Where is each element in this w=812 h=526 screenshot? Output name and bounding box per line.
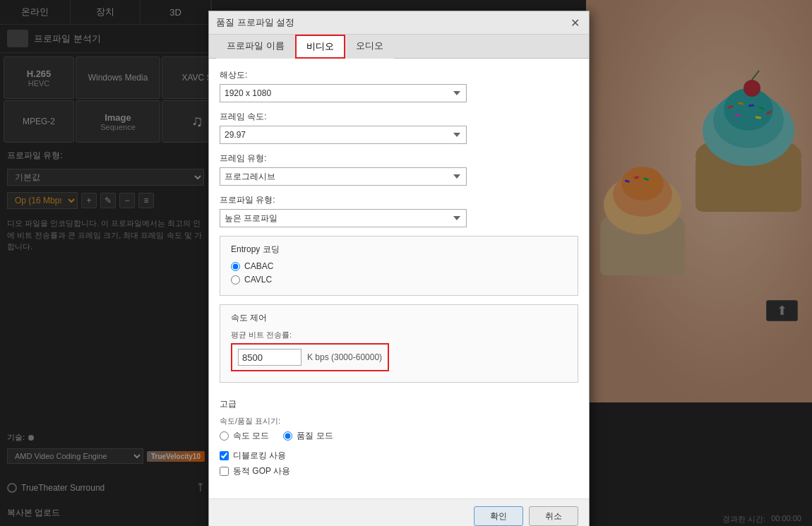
modal-profile-type-select[interactable]: 높은 프로파일 bbox=[220, 209, 467, 227]
tab-video[interactable]: 비디오 bbox=[295, 35, 345, 59]
resolution-select[interactable]: 1920 x 1080 bbox=[220, 84, 467, 102]
deblocking-checkbox[interactable] bbox=[220, 451, 229, 460]
quality-mode-row: 품질 모드 bbox=[283, 430, 333, 442]
quality-mode-label: 품질 모드 bbox=[297, 430, 333, 442]
speed-section: 속도 제어 평균 비트 전송률: K bps (3000-60000) bbox=[220, 304, 578, 383]
modal-close-button[interactable]: ✕ bbox=[568, 16, 582, 30]
deblocking-label: 디블로킹 사용 bbox=[233, 450, 286, 462]
cancel-button[interactable]: 취소 bbox=[529, 506, 578, 526]
entropy-title: Entropy 코딩 bbox=[231, 244, 567, 256]
frametype-group: 프레임 유형: 프로그레시브 bbox=[220, 153, 578, 186]
speed-quality-label: 속도/품질 표시기: bbox=[220, 416, 578, 426]
deblocking-row: 디블로킹 사용 bbox=[220, 450, 578, 462]
modal-footer: 확인 취소 bbox=[209, 498, 589, 526]
bitrate-unit: K bps (3000-60000) bbox=[307, 352, 382, 362]
speed-mode-label: 속도 모드 bbox=[233, 430, 269, 442]
modal-title: 품질 프로파일 설정 bbox=[216, 16, 294, 29]
frametype-select[interactable]: 프로그레시브 bbox=[220, 167, 467, 186]
confirm-button[interactable]: 확인 bbox=[474, 506, 523, 526]
dynamic-gop-label: 동적 GOP 사용 bbox=[233, 465, 290, 477]
speed-section-title: 속도 제어 bbox=[231, 312, 567, 324]
advanced-section: 고급 속도/품질 표시기: 속도 모드 품질 모드 디블로킹 사용 bbox=[220, 391, 578, 488]
quality-mode-radio[interactable] bbox=[283, 431, 292, 441]
advanced-title: 고급 bbox=[220, 398, 578, 410]
speed-mode-radio[interactable] bbox=[220, 431, 229, 441]
cavlc-radio[interactable] bbox=[231, 275, 240, 285]
speed-quality-row: 속도 모드 품질 모드 bbox=[220, 430, 578, 446]
modal-dialog: 품질 프로파일 설정 ✕ 프로파일 이름 비디오 오디오 해상도: 1920 x… bbox=[208, 11, 590, 526]
modal-profile-type-label: 프로파일 유형: bbox=[220, 194, 578, 206]
bitrate-input-label: 평균 비트 전송률: bbox=[231, 330, 567, 340]
cabac-row: CABAC bbox=[231, 261, 567, 271]
dynamic-gop-checkbox[interactable] bbox=[220, 467, 229, 476]
framerate-group: 프레임 속도: 29.97 bbox=[220, 111, 578, 144]
entropy-section: Entropy 코딩 CABAC CAVLC bbox=[220, 236, 578, 296]
modal-profile-type-group: 프로파일 유형: 높은 프로파일 bbox=[220, 194, 578, 227]
cabac-label: CABAC bbox=[244, 261, 273, 271]
framerate-label: 프레임 속도: bbox=[220, 111, 578, 123]
cavlc-row: CAVLC bbox=[231, 275, 567, 285]
modal-overlay: 품질 프로파일 설정 ✕ 프로파일 이름 비디오 오디오 해상도: 1920 x… bbox=[0, 0, 812, 526]
framerate-select[interactable]: 29.97 bbox=[220, 126, 467, 144]
bitrate-input[interactable] bbox=[238, 349, 301, 366]
dynamic-gop-row: 동적 GOP 사용 bbox=[220, 465, 578, 477]
bitrate-input-box: K bps (3000-60000) bbox=[231, 343, 389, 371]
modal-titlebar: 품질 프로파일 설정 ✕ bbox=[209, 11, 589, 35]
cabac-radio[interactable] bbox=[231, 262, 240, 271]
frametype-label: 프레임 유형: bbox=[220, 153, 578, 165]
tab-audio[interactable]: 오디오 bbox=[345, 35, 394, 59]
cavlc-label: CAVLC bbox=[244, 275, 272, 285]
modal-tabs: 프로파일 이름 비디오 오디오 bbox=[209, 35, 589, 59]
resolution-label: 해상도: bbox=[220, 69, 578, 81]
modal-body: 해상도: 1920 x 1080 프레임 속도: 29.97 프레임 유형: 프… bbox=[209, 59, 589, 498]
speed-mode-row: 속도 모드 bbox=[220, 430, 269, 442]
resolution-group: 해상도: 1920 x 1080 bbox=[220, 69, 578, 102]
tab-profile-name[interactable]: 프로파일 이름 bbox=[216, 35, 295, 59]
